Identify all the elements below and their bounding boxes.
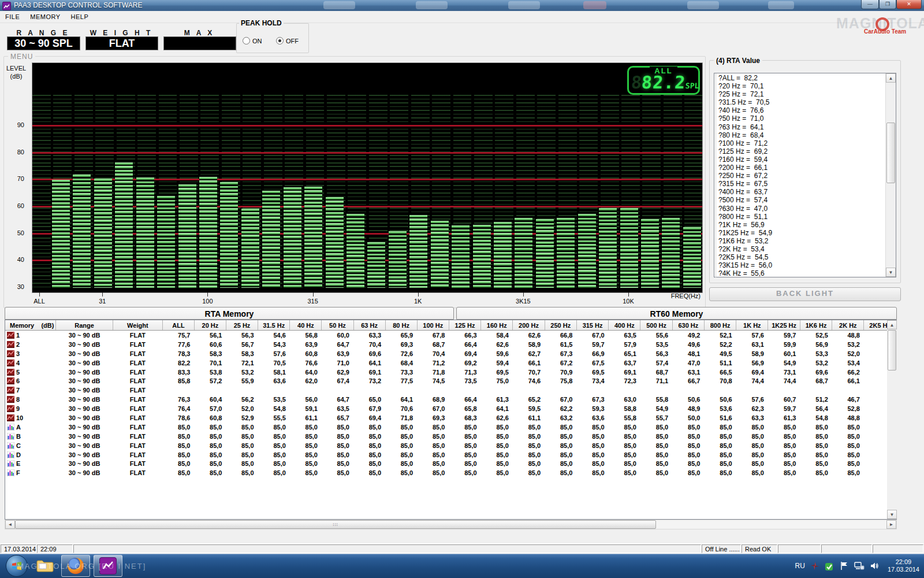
memory-row-2[interactable]: 230 ~ 90 dBFLAT77,660,656,754,363,964,77…	[5, 340, 896, 349]
tray-pinwheel-icon[interactable]	[810, 561, 819, 570]
memory-table-scrollbar[interactable]: ▲ ▼	[887, 320, 897, 519]
rta-value-item[interactable]: ?4K Hz = 55,6	[718, 269, 896, 277]
memory-row-4[interactable]: 430 ~ 90 dBFLAT82,270,172,170,576,671,06…	[5, 358, 896, 368]
minimize-button[interactable]: —	[861, 0, 879, 9]
scrollbar-thumb[interactable]: ⁞⁞⁞	[15, 520, 656, 529]
memory-row-6[interactable]: 630 ~ 90 dBFLAT85,857,255,963,662,067,47…	[5, 376, 896, 386]
close-button[interactable]: ✕	[896, 0, 922, 9]
column-header-100-hz[interactable]: 100 Hz	[417, 320, 449, 331]
column-header-500-hz[interactable]: 500 Hz	[640, 320, 672, 331]
memory-row-5[interactable]: 530 ~ 90 dBFLAT83,353,853,258,164,062,96…	[5, 368, 896, 377]
restore-button[interactable]: ❐	[879, 0, 896, 9]
memory-row-1[interactable]: 130 ~ 90 dBFLAT75,756,156,354,656,860,06…	[5, 331, 896, 340]
memory-row-E[interactable]: E30 ~ 90 dBFLAT85,085,085,085,085,085,08…	[5, 459, 896, 468]
scroll-up-arrow-icon[interactable]: ▲	[887, 320, 897, 329]
column-header-800-hz[interactable]: 800 Hz	[704, 320, 736, 331]
column-header-125-hz[interactable]: 125 Hz	[449, 320, 480, 331]
column-header-40-hz[interactable]: 40 Hz	[290, 320, 322, 331]
column-header-63-hz[interactable]: 63 Hz	[353, 320, 385, 331]
window-titlebar[interactable]: PAA3 DESKTOP CONTROL SOFTWARE — ❐ ✕	[0, 0, 924, 11]
rta-value-listbox[interactable]: ?ALL = 82,2?20 Hz = 70,1?25 Hz = 72,1?31…	[714, 73, 896, 277]
back-light-button[interactable]: BACK LIGHT	[709, 287, 901, 301]
peak-hold-on-radio[interactable]: ON	[243, 35, 262, 46]
rta-value-item[interactable]: ?31.5 Hz = 70,5	[718, 98, 896, 106]
scroll-down-arrow-icon[interactable]: ▼	[887, 510, 897, 519]
rta-value-item[interactable]: ?40 Hz = 76,6	[718, 106, 896, 114]
column-header-1k25-hz[interactable]: 1K25 Hz	[768, 320, 800, 331]
rta-value-item[interactable]: ?63 Hz = 64,1	[718, 123, 896, 131]
menu-help[interactable]: HELP	[66, 13, 94, 20]
rta-value-item[interactable]: ?400 Hz = 63,7	[718, 188, 896, 196]
tray-update-icon[interactable]	[825, 561, 834, 571]
memory-row-9[interactable]: 930 ~ 90 dBFLAT76,457,052,054,859,163,56…	[5, 404, 896, 413]
rta-value-item[interactable]: ?100 Hz = 71,2	[718, 139, 896, 147]
memory-row-F[interactable]: F30 ~ 90 dBFLAT85,085,085,085,085,085,08…	[5, 468, 896, 477]
rta-value-item[interactable]: ?630 Hz = 47,0	[718, 205, 896, 213]
radio-icon[interactable]	[276, 37, 284, 45]
rta-value-item[interactable]: ?800 Hz = 51,1	[718, 213, 896, 221]
column-header-range[interactable]: Range	[56, 320, 113, 331]
memory-row-B[interactable]: B30 ~ 90 dBFLAT85,085,085,085,085,085,08…	[5, 432, 896, 441]
column-header-weight[interactable]: Weight	[113, 320, 162, 331]
rta-value-item[interactable]: ?80 Hz = 68,4	[718, 131, 896, 139]
column-header-160-hz[interactable]: 160 Hz	[481, 320, 513, 331]
memory-row-D[interactable]: D30 ~ 90 dBFLAT85,085,085,085,085,085,08…	[5, 450, 896, 460]
column-header-630-hz[interactable]: 630 Hz	[672, 320, 704, 331]
rta-value-item[interactable]: ?2K5 Hz = 54,5	[718, 253, 896, 261]
rta-value-item[interactable]: ?1K6 Hz = 53,2	[718, 237, 896, 245]
menu-file[interactable]: FILE	[0, 13, 25, 20]
column-header-1k-hz[interactable]: 1K Hz	[736, 320, 768, 331]
peak-hold-off-radio[interactable]: OFF	[276, 35, 299, 46]
rta-value-item[interactable]: ?ALL = 82,2	[718, 74, 896, 82]
column-header-25-hz[interactable]: 25 Hz	[226, 320, 258, 331]
rta-value-item[interactable]: ?250 Hz = 67,2	[718, 172, 896, 180]
scroll-left-arrow-icon[interactable]: ◄	[5, 520, 15, 529]
memory-row-7[interactable]: 730 ~ 90 dBFLAT	[5, 386, 896, 395]
rta-value-item[interactable]: ?160 Hz = 59,4	[718, 155, 896, 164]
column-header-250-hz[interactable]: 250 Hz	[545, 320, 576, 331]
rta-value-item[interactable]: ?2K Hz = 53,4	[718, 245, 896, 253]
column-header-80-hz[interactable]: 80 Hz	[385, 320, 417, 331]
rta-value-item[interactable]: ?125 Hz = 69,2	[718, 147, 896, 155]
radio-icon[interactable]	[243, 37, 250, 45]
rta-value-item[interactable]: ?315 Hz = 67,5	[718, 180, 896, 188]
network-icon[interactable]	[854, 561, 865, 570]
column-header-400-hz[interactable]: 400 Hz	[609, 320, 640, 331]
rta-value-item[interactable]: ?20 Hz = 70,1	[718, 82, 896, 90]
column-header-200-hz[interactable]: 200 Hz	[513, 320, 545, 331]
column-header-50-hz[interactable]: 50 Hz	[322, 320, 353, 331]
rta-value-item[interactable]: ?500 Hz = 57,4	[718, 196, 896, 204]
memory-row-10[interactable]: 1030 ~ 90 dBFLAT78,660,852,955,561,165,7…	[5, 413, 896, 423]
rta-value-item[interactable]: ?1K25 Hz = 54,9	[718, 229, 896, 237]
rta-value-item[interactable]: ?25 Hz = 72,1	[718, 90, 896, 98]
memory-row-C[interactable]: C30 ~ 90 dBFLAT85,085,085,085,085,085,08…	[5, 441, 896, 450]
memory-row-3[interactable]: 330 ~ 90 dBFLAT78,358,358,357,660,863,96…	[5, 349, 896, 358]
column-header-31.5-hz[interactable]: 31.5 Hz	[258, 320, 290, 331]
taskbar-clock[interactable]: 22:09 17.03.2014	[888, 558, 919, 573]
scroll-down-arrow-icon[interactable]: ▼	[886, 268, 896, 277]
scrollbar-thumb[interactable]	[888, 330, 896, 370]
column-header-2k-hz[interactable]: 2K Hz	[832, 320, 864, 331]
column-header-all[interactable]: ALL	[162, 320, 194, 331]
scrollbar-thumb[interactable]	[886, 123, 895, 183]
memory-table[interactable]: Memory (dB)RangeWeightALL20 Hz25 Hz31.5 …	[5, 320, 897, 520]
rta-value-item[interactable]: ?1K Hz = 56,9	[718, 221, 896, 229]
action-center-flag-icon[interactable]	[840, 561, 849, 570]
horizontal-scrollbar[interactable]: ◄ ⁞⁞⁞ ►	[5, 520, 897, 529]
rta-value-item[interactable]: ?200 Hz = 66,1	[718, 164, 896, 172]
scroll-up-arrow-icon[interactable]: ▲	[886, 73, 896, 83]
memory-row-A[interactable]: A30 ~ 90 dBFLAT85,085,085,085,085,085,08…	[5, 423, 896, 432]
memory-row-8[interactable]: 830 ~ 90 dBFLAT76,360,456,253,556,064,76…	[5, 395, 896, 404]
rta-value-item[interactable]: ?3K15 Hz = 56,0	[718, 261, 896, 269]
column-header-315-hz[interactable]: 315 Hz	[576, 320, 608, 331]
column-header-1k6-hz[interactable]: 1K6 Hz	[800, 320, 832, 331]
tab-rta-memory[interactable]: RTA Memory	[5, 307, 454, 320]
volume-icon[interactable]	[870, 561, 879, 570]
rta-value-item[interactable]: ?50 Hz = 71,0	[718, 114, 896, 123]
tab-rt60-memory[interactable]: RT60 Memory	[456, 307, 897, 320]
column-header-20-hz[interactable]: 20 Hz	[194, 320, 226, 331]
menu-memory[interactable]: MEMORY	[25, 13, 65, 20]
language-indicator[interactable]: RU	[795, 562, 805, 570]
rta-list-scrollbar[interactable]: ▲ ▼	[885, 73, 896, 277]
column-header-memory-(db)[interactable]: Memory (dB)	[5, 320, 56, 331]
